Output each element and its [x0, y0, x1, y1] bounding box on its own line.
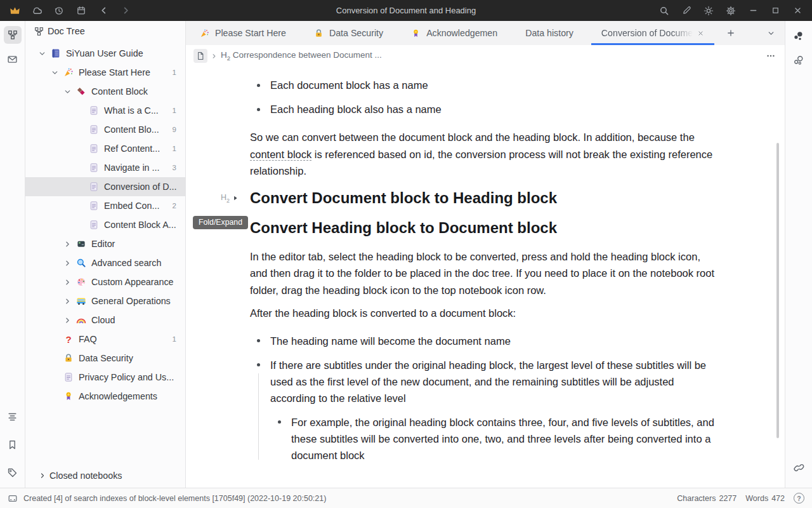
tree-item-navigate-in[interactable]: Navigate in ... 3: [25, 158, 185, 177]
chevron-down-icon[interactable]: [60, 88, 75, 96]
workspace-crown-icon[interactable]: [6, 3, 23, 19]
outline-dock-icon[interactable]: [4, 408, 22, 425]
document-icon: [88, 105, 100, 116]
tree-item-acknowledgements[interactable]: Acknowledgements: [25, 387, 185, 406]
window-maximize-button[interactable]: [767, 3, 783, 19]
tab-data-security[interactable]: Data Security: [300, 21, 397, 45]
heading-gutter[interactable]: H2: [221, 193, 239, 204]
tab-data-history[interactable]: Data history: [511, 21, 587, 45]
list-item: The heading name will become the documen…: [250, 333, 717, 349]
global-search-icon[interactable]: [656, 3, 672, 19]
theme-sun-icon[interactable]: [700, 3, 717, 19]
tree-item-label: SiYuan User Guide: [66, 48, 176, 58]
fold-triangle-icon[interactable]: [232, 194, 239, 202]
closed-notebooks-row[interactable]: Closed notebooks: [25, 466, 185, 485]
tree-item-conversion-of-d-selected[interactable]: Conversion of D...: [25, 177, 185, 196]
block-ref-link[interactable]: content block: [250, 149, 311, 161]
backlinks-link-icon[interactable]: [790, 458, 808, 476]
doc-tree-dock-icon[interactable]: [4, 26, 22, 44]
tree-item-data-security[interactable]: Data Security: [25, 349, 185, 368]
editor-content[interactable]: Each document block has a name Each head…: [186, 67, 785, 488]
edit-mode-pencil-icon[interactable]: [678, 3, 695, 19]
inbox-mail-icon[interactable]: [4, 50, 22, 68]
tree-item-custom-appearance[interactable]: Custom Appearance: [25, 272, 185, 291]
list-item: If there are subtitles under the origina…: [250, 357, 717, 464]
tab-conversion-of-document-active[interactable]: Conversion of Docume: [587, 21, 718, 45]
tree-item-label: Advanced search: [91, 258, 176, 268]
list-item-text: For example, the original heading block …: [291, 417, 714, 461]
tab-please-start-here[interactable]: Please Start Here: [186, 21, 300, 45]
tree-item-what-is-a-c[interactable]: What is a C... 1: [25, 101, 185, 120]
heading-level-letter: H: [221, 50, 227, 60]
status-bar: Created [4] of search indexes of block-l…: [0, 488, 812, 508]
window-minimize-button[interactable]: [745, 3, 761, 19]
tree-item-advanced-search[interactable]: Advanced search: [25, 253, 185, 272]
tab-list-chevron-button[interactable]: [757, 21, 785, 45]
tree-item-label: Conversion of D...: [104, 182, 176, 192]
chevron-right-icon[interactable]: [60, 240, 75, 248]
tab-label: Please Start Here: [215, 28, 286, 38]
main-editor-area: Please Start Here Data Security Acknowle…: [186, 21, 785, 488]
sync-cloud-icon[interactable]: [29, 3, 45, 19]
tab-bar: Please Start Here Data Security Acknowle…: [186, 21, 785, 45]
breadcrumb-heading-crumb[interactable]: H2 Correspondence between Document ...: [221, 50, 382, 62]
heading-block: H2 Fold/Expand Convert Document block to…: [250, 189, 717, 208]
breadcrumb-text: Correspondence between Document ...: [233, 50, 382, 60]
settings-gear-icon[interactable]: [723, 3, 739, 19]
tree-item-faq[interactable]: ? FAQ 1: [25, 330, 185, 349]
window-close-button[interactable]: [789, 3, 806, 19]
graph-dock-icon[interactable]: [790, 27, 808, 45]
tree-item-siyuan-user-guide[interactable]: SiYuan User Guide: [25, 44, 185, 63]
chevron-right-icon[interactable]: [60, 297, 75, 305]
document-icon: [88, 163, 100, 173]
words-value: 472: [771, 494, 785, 503]
tree-item-cloud[interactable]: Cloud: [25, 311, 185, 330]
new-tab-button[interactable]: [718, 21, 743, 45]
tree-item-count: 9: [173, 126, 176, 133]
document-icon: [88, 220, 100, 230]
bottom-dock-toggle-icon[interactable]: [8, 493, 18, 504]
tab-close-icon[interactable]: [697, 30, 704, 37]
tree-item-content-block-a[interactable]: Content Block A...: [25, 215, 185, 234]
doc-tree-header: Doc Tree: [25, 21, 185, 41]
chevron-right-icon[interactable]: [60, 278, 75, 286]
data-history-icon[interactable]: [51, 3, 67, 19]
tree-item-please-start-here[interactable]: Please Start Here 1: [25, 63, 185, 82]
bus-icon: [75, 296, 88, 306]
tab-acknowledgements[interactable]: Acknowledgemen: [397, 21, 511, 45]
tree-item-general-operations[interactable]: General Operations: [25, 291, 185, 311]
tree-item-label: Cloud: [91, 315, 176, 325]
more-options-icon[interactable]: [766, 51, 776, 61]
tree-item-label: What is a C...: [104, 105, 167, 116]
breadcrumb: H2 Correspondence between Document ...: [186, 45, 785, 67]
tree-item-label: Embed Con...: [104, 201, 167, 211]
document-icon: [62, 372, 75, 382]
paragraph: In the editor tab, select the heading bl…: [250, 248, 717, 299]
lock-icon: [62, 353, 75, 363]
bullet-list-top: Each document block has a name Each head…: [250, 77, 717, 117]
tree-item-privacy-policy[interactable]: Privacy Policy and Us...: [25, 368, 185, 387]
tree-item-editor[interactable]: Editor: [25, 234, 185, 253]
tree-item-content-blo[interactable]: Content Blo... 9: [25, 120, 185, 139]
daily-note-calendar-icon[interactable]: [73, 3, 89, 19]
global-graph-dock-icon[interactable]: [790, 51, 808, 69]
document-file-icon[interactable]: [193, 49, 207, 63]
document-icon: [88, 124, 100, 135]
tree-item-embed-con[interactable]: Embed Con... 2: [25, 196, 185, 215]
tag-dock-icon[interactable]: [4, 464, 22, 481]
tree-item-label: Please Start Here: [79, 67, 167, 77]
forward-icon[interactable]: [117, 3, 134, 19]
chevron-right-icon[interactable]: [60, 259, 75, 267]
list-item: Each heading block also has a name: [250, 101, 717, 117]
chevron-down-icon[interactable]: [34, 50, 49, 58]
back-icon[interactable]: [95, 3, 112, 19]
tree-item-label: FAQ: [79, 334, 167, 344]
help-icon[interactable]: ?: [794, 493, 804, 504]
bookmark-dock-icon[interactable]: [4, 436, 22, 453]
doc-tree-icon: [34, 27, 44, 36]
chevron-right-icon[interactable]: [60, 316, 75, 324]
tree-item-ref-content[interactable]: Ref Content... 1: [25, 139, 185, 158]
chevron-down-icon[interactable]: [47, 69, 62, 77]
tree-item-content-block[interactable]: Content Block: [25, 82, 185, 101]
vertical-scrollbar[interactable]: [776, 143, 779, 438]
